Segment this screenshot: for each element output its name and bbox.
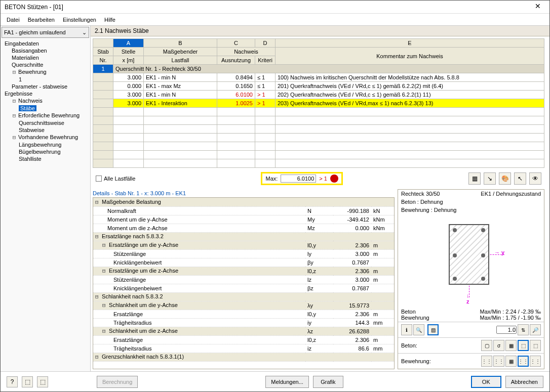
error-face-icon bbox=[330, 175, 338, 183]
col-b[interactable]: B bbox=[144, 39, 217, 48]
menu-einstellungen[interactable]: Einstellungen bbox=[63, 17, 96, 23]
tree-nachweis[interactable]: ⊟ Nachweis bbox=[1, 97, 90, 105]
tree-ergebnisse[interactable]: Ergebnisse bbox=[1, 90, 90, 97]
tree-parameter[interactable]: Parameter - stabweise bbox=[1, 83, 90, 90]
cs-title: Rechteck 30/50 bbox=[401, 191, 440, 197]
all-loadcases-label: Alle Lastfälle bbox=[104, 176, 135, 182]
cross-section-panel: Rechteck 30/50EK1 / Dehnungszustand Beto… bbox=[398, 189, 544, 369]
table-row[interactable]: 0.000EK1 - max Mz0.1650≤ 1201) Querkraft… bbox=[93, 82, 544, 91]
sidebar: FA1 - gleichm umlaufend ⌄ Eingabedaten B… bbox=[1, 26, 91, 371]
cross-section-graphic[interactable]: → y ↓z bbox=[398, 214, 544, 308]
bew-btn-3[interactable]: ▦ bbox=[505, 356, 517, 367]
meldungen-button[interactable]: Meldungen... bbox=[265, 376, 309, 388]
col-e[interactable]: E bbox=[276, 39, 544, 48]
cs-ek: EK1 / Dehnungszustand bbox=[481, 191, 541, 197]
col-c[interactable]: C bbox=[217, 39, 255, 48]
scale-stepper[interactable]: ⇅ bbox=[518, 324, 529, 335]
beton-btn-5[interactable]: ⬚ bbox=[530, 340, 541, 351]
menu-bearbeiten[interactable]: Bearbeiten bbox=[28, 17, 55, 23]
tree-stabweise[interactable]: Stabweise bbox=[1, 126, 90, 134]
tree-erf-bewehrung[interactable]: ⊟ Erforderliche Bewehrung bbox=[1, 112, 90, 119]
tree-querschnitte[interactable]: Querschnitte bbox=[1, 61, 90, 68]
col-blank[interactable] bbox=[93, 39, 113, 48]
tree-bewehrung-1[interactable]: 1 bbox=[1, 76, 90, 83]
max-value-input[interactable] bbox=[281, 175, 316, 183]
bew-btn-5[interactable]: ⋮⋮ bbox=[530, 356, 541, 367]
details-panel[interactable]: ⊟ Maßgebende Belastung NormalkraftN-990.… bbox=[93, 197, 395, 369]
details-header: Details - Stab Nr. 1 - x: 3.000 m - EK1 bbox=[93, 189, 395, 197]
tree-langsbew[interactable]: Längsbewehrung bbox=[1, 141, 90, 148]
berechnung-button[interactable]: Berechnung bbox=[97, 376, 138, 388]
export-icon-2[interactable]: ⬚ bbox=[37, 376, 48, 387]
tree-qsweise[interactable]: Querschnittsweise bbox=[1, 119, 90, 126]
beton-btn-3[interactable]: ▦ bbox=[505, 340, 517, 351]
grafik-button[interactable]: Grafik bbox=[313, 376, 343, 388]
ok-button[interactable]: OK bbox=[471, 376, 501, 388]
table-row[interactable]: 3.000EK1 - min N0.8494≤ 1100) Nachweis i… bbox=[93, 73, 544, 82]
tree-basisangaben[interactable]: Basisangaben bbox=[1, 47, 90, 54]
export-icon-1[interactable]: ⬚ bbox=[22, 376, 33, 387]
tree-stahlliste[interactable]: Stahlliste bbox=[1, 155, 90, 162]
nav-tree: Eingabedaten Basisangaben Materialien Qu… bbox=[1, 39, 90, 371]
toolbar-btn-2[interactable]: ↘ bbox=[484, 172, 496, 185]
window-title: BETON Stützen - [01] bbox=[5, 4, 530, 11]
max-highlight-box: Max: > 1 bbox=[261, 172, 342, 185]
tree-vorh-bewehrung[interactable]: ⊟ Vorhandene Bewehrung bbox=[1, 134, 90, 141]
results-grid[interactable]: A B C D E Stab Stelle Maßgebender Nachwe… bbox=[93, 38, 544, 168]
bew-btn-2[interactable]: ⋮⋮ bbox=[493, 356, 504, 367]
tree-eingabedaten[interactable]: Eingabedaten bbox=[1, 40, 90, 47]
table-row-highlighted[interactable]: 3.000EK1 - Interaktion1.0025> 1203) Quer… bbox=[93, 99, 544, 108]
abbrechen-button[interactable]: Abbrechen bbox=[505, 376, 543, 388]
hatch-icon[interactable]: ▨ bbox=[427, 324, 439, 335]
toolbar-btn-eye[interactable]: 👁 bbox=[529, 172, 541, 185]
bew-btn-4[interactable]: ⋮⋮ bbox=[518, 356, 529, 367]
close-icon[interactable]: ✕ bbox=[530, 2, 545, 12]
footer: ? ⬚ ⬚ Berechnung Meldungen... Grafik OK … bbox=[1, 371, 549, 391]
tree-bugelbew[interactable]: Bügelbewehrung bbox=[1, 148, 90, 155]
all-loadcases-checkbox[interactable] bbox=[96, 176, 102, 182]
table-row[interactable]: 3.000EK1 - min N6.0100> 1202) Querkraftn… bbox=[93, 91, 544, 99]
beton-btn-4[interactable]: ⬚ bbox=[518, 340, 529, 351]
menubar: Datei Bearbeiten Einstellungen Hilfe bbox=[1, 14, 549, 26]
col-a[interactable]: A bbox=[113, 39, 144, 48]
toolbar-btn-3[interactable]: 🎨 bbox=[499, 172, 511, 185]
menu-datei[interactable]: Datei bbox=[7, 17, 20, 23]
tree-materialien[interactable]: Materialien bbox=[1, 54, 90, 61]
y-axis-label: → y bbox=[494, 249, 504, 255]
z-axis-label: ↓z bbox=[466, 292, 469, 304]
dropdown-label: FA1 - gleichm umlaufend bbox=[4, 29, 82, 35]
toolbar-btn-1[interactable]: ▦ bbox=[468, 172, 481, 185]
col-d[interactable]: D bbox=[255, 39, 276, 48]
menu-hilfe[interactable]: Hilfe bbox=[104, 17, 115, 23]
info-icon[interactable]: ℹ bbox=[401, 324, 412, 335]
zoom-icon[interactable]: 🔍 bbox=[413, 324, 424, 335]
bew-btn-1[interactable]: ⋮⋮ bbox=[481, 356, 492, 367]
chevron-down-icon: ⌄ bbox=[82, 29, 87, 36]
beton-btn-2[interactable]: σ bbox=[493, 340, 504, 351]
magnify-icon[interactable]: 🔎 bbox=[530, 324, 541, 335]
section-row[interactable]: 1 Querschnitt Nr. 1 - Rechteck 30/50 bbox=[93, 65, 544, 73]
titlebar: BETON Stützen - [01] ✕ bbox=[1, 1, 549, 14]
beton-btn-1[interactable]: ▢ bbox=[481, 340, 492, 351]
tree-stabe[interactable]: Stäbe bbox=[1, 105, 90, 112]
loadcase-dropdown[interactable]: FA1 - gleichm umlaufend ⌄ bbox=[2, 27, 89, 38]
help-icon[interactable]: ? bbox=[7, 376, 18, 387]
scale-input[interactable] bbox=[496, 326, 517, 334]
tree-bewehrung[interactable]: ⊟ Bewehrung bbox=[1, 68, 90, 76]
section-title: 2.1 Nachweis Stäbe bbox=[91, 26, 549, 36]
toolbar-btn-4[interactable]: ↖ bbox=[514, 172, 526, 185]
